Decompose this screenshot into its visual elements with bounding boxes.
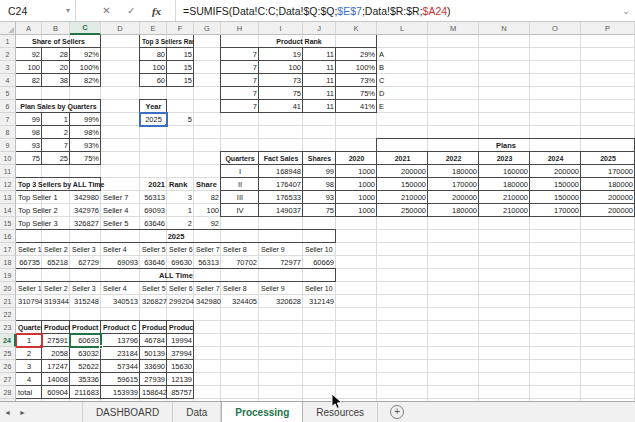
cell-H2[interactable]: 7: [221, 48, 259, 61]
cell-C21[interactable]: 315248: [70, 295, 101, 308]
cell-A2[interactable]: 92: [16, 48, 42, 61]
enter-button[interactable]: ✓: [119, 5, 144, 16]
cell-B21[interactable]: 319344: [42, 295, 70, 308]
cell-B25[interactable]: 2058: [42, 347, 70, 360]
tab-scroll-right-icon[interactable]: ►: [15, 402, 30, 422]
formula-input[interactable]: =SUMIFS(Data!C:C;Data!$Q:$Q;$E$7;Data!$R…: [175, 0, 617, 21]
cell-I10[interactable]: Fact Sales: [259, 152, 303, 165]
col-header-L[interactable]: L: [377, 22, 428, 35]
cell-G18[interactable]: 56313: [194, 256, 221, 269]
cell-P11[interactable]: 170000: [581, 165, 635, 178]
add-sheet-button[interactable]: +: [390, 405, 404, 419]
cell-L13[interactable]: 210000: [377, 191, 428, 204]
col-header-J[interactable]: J: [303, 22, 336, 35]
cell-M10[interactable]: 2022: [428, 152, 479, 165]
cell-C23[interactable]: Product B: [70, 321, 101, 334]
row-header-25[interactable]: 25: [0, 347, 16, 360]
cell-A14[interactable]: Top Seller 2: [16, 204, 42, 217]
row-header-2[interactable]: 2: [0, 48, 16, 61]
cell-F25[interactable]: 37994: [167, 347, 194, 360]
cell-E24[interactable]: 46784: [140, 334, 167, 347]
row-header-23[interactable]: 23: [0, 321, 16, 334]
cell-A9[interactable]: 93: [16, 139, 42, 152]
cell-I3[interactable]: 100: [259, 61, 303, 74]
cell-I11[interactable]: 168948: [259, 165, 303, 178]
cell-A21[interactable]: 310794: [16, 295, 42, 308]
cell-F20[interactable]: Seller 6: [167, 282, 194, 295]
cell-L10[interactable]: 2021: [377, 152, 428, 165]
cell-F24[interactable]: 19994: [167, 334, 194, 347]
col-header-H[interactable]: H: [221, 22, 259, 35]
cell-E3[interactable]: 100: [140, 61, 167, 74]
cell-B10[interactable]: 25: [42, 152, 70, 165]
cell-A4[interactable]: 82: [16, 74, 42, 87]
col-header-G[interactable]: G: [194, 22, 221, 35]
cell-I18[interactable]: 72977: [259, 256, 303, 269]
col-header-B[interactable]: B: [42, 22, 70, 35]
cell-N12[interactable]: 180000: [479, 178, 530, 191]
cell-C26[interactable]: 52622: [70, 360, 101, 373]
cell-F21[interactable]: 299204: [167, 295, 194, 308]
cell-A16[interactable]: 2025: [16, 230, 336, 243]
tab-data[interactable]: Data: [173, 402, 221, 422]
cell-A6[interactable]: Plan Sales by Quarters: [16, 100, 101, 113]
cell-L14[interactable]: 250000: [377, 204, 428, 217]
cell-A20[interactable]: Seller 1: [16, 282, 42, 295]
cell-N11[interactable]: 160000: [479, 165, 530, 178]
cell-H3[interactable]: 7: [221, 61, 259, 74]
select-all-corner[interactable]: [0, 22, 16, 35]
cell-F15[interactable]: 2: [167, 217, 194, 230]
cell-D18[interactable]: 69093: [101, 256, 140, 269]
cell-I13[interactable]: 176533: [259, 191, 303, 204]
row-header-6[interactable]: 6: [0, 100, 16, 113]
sheet-grid[interactable]: Share of SellersTop 3 Sellers RankProduc…: [16, 35, 635, 401]
cell-J14[interactable]: 75: [303, 204, 336, 217]
row-header-13[interactable]: 13: [0, 191, 16, 204]
cell-D27[interactable]: 59615: [101, 373, 140, 386]
cell-F2[interactable]: 15: [167, 48, 194, 61]
cell-P13[interactable]: 200000: [581, 191, 635, 204]
cell-C7[interactable]: 99%: [70, 113, 101, 126]
cell-M11[interactable]: 180000: [428, 165, 479, 178]
cell-D26[interactable]: 57344: [101, 360, 140, 373]
cell-C28[interactable]: 211683: [70, 386, 101, 399]
cell-C27[interactable]: 35336: [70, 373, 101, 386]
cell-M12[interactable]: 170000: [428, 178, 479, 191]
cell-P14[interactable]: 200000: [581, 204, 635, 217]
cell-G21[interactable]: 342980: [194, 295, 221, 308]
row-header-22[interactable]: 22: [0, 308, 16, 321]
cell-F3[interactable]: 15: [167, 61, 194, 74]
cell-B9[interactable]: 7: [42, 139, 70, 152]
cell-K4[interactable]: 73%: [336, 74, 377, 87]
cell-H18[interactable]: 70702: [221, 256, 259, 269]
cell-B23[interactable]: Product A: [42, 321, 70, 334]
cell-H21[interactable]: 324405: [221, 295, 259, 308]
col-header-A[interactable]: A: [16, 22, 42, 35]
cell-A3[interactable]: 100: [16, 61, 42, 74]
cell-M14[interactable]: 180000: [428, 204, 479, 217]
cell-H4[interactable]: 7: [221, 74, 259, 87]
cell-N10[interactable]: 2023: [479, 152, 530, 165]
cell-G14[interactable]: 100: [194, 204, 221, 217]
col-header-O[interactable]: O: [530, 22, 581, 35]
row-header-4[interactable]: 4: [0, 74, 16, 87]
cell-I4[interactable]: 73: [259, 74, 303, 87]
cell-C14[interactable]: 342976: [70, 204, 101, 217]
cell-D13[interactable]: Seller 7: [101, 191, 140, 204]
row-header-7[interactable]: 7: [0, 113, 16, 126]
cell-L11[interactable]: 200000: [377, 165, 428, 178]
cell-I14[interactable]: 149037: [259, 204, 303, 217]
cell-E14[interactable]: 69093: [140, 204, 167, 217]
cell-K13[interactable]: 1000: [336, 191, 377, 204]
cell-A7[interactable]: 99: [16, 113, 42, 126]
cell-D24[interactable]: 13796: [101, 334, 140, 347]
cell-E20[interactable]: Seller 5: [140, 282, 167, 295]
cell-A10[interactable]: 75: [16, 152, 42, 165]
cell-F28[interactable]: 85757: [167, 386, 194, 399]
cell-E4[interactable]: 60: [140, 74, 167, 87]
cell-J13[interactable]: 93: [303, 191, 336, 204]
cell-L6[interactable]: E: [377, 100, 428, 113]
cell-G13[interactable]: 82: [194, 191, 221, 204]
cell-B26[interactable]: 17247: [42, 360, 70, 373]
cell-F7[interactable]: 5: [167, 113, 194, 126]
